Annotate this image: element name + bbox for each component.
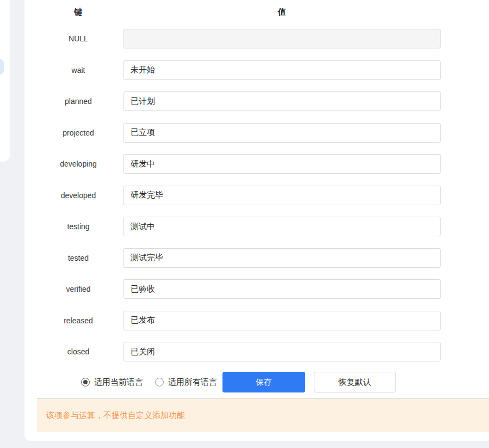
row-value-input-tested[interactable]	[123, 248, 441, 268]
row-value-input-projected[interactable]	[123, 123, 441, 143]
row-value-input-planned[interactable]	[123, 91, 441, 111]
language-settings-card: 键 值 NULL wait planned projected developi…	[24, 0, 489, 441]
table-row: verified	[24, 279, 489, 299]
row-key-label: developed	[35, 186, 122, 205]
settings-form: 键 值 NULL wait planned projected developi…	[24, 0, 489, 432]
radio-selected-icon[interactable]	[81, 378, 90, 386]
actions-row: 适用当前语言 适用所有语言 保存 恢复默认	[81, 372, 489, 392]
sidebar-panel	[0, 0, 10, 162]
table-row: tested	[24, 248, 489, 268]
key-column-header: 键	[35, 7, 122, 17]
save-button[interactable]: 保存	[222, 372, 305, 392]
row-key-label: planned	[35, 91, 122, 111]
row-key-label: verified	[35, 279, 122, 299]
row-key-label: NULL	[35, 29, 122, 48]
table-row: developed	[24, 186, 489, 205]
notice-text: 该项参与运算，不提供自定义添加功能	[46, 410, 185, 421]
table-row: NULL	[24, 29, 489, 48]
table-row: planned	[24, 91, 489, 111]
row-value-input-testing[interactable]	[123, 217, 441, 236]
table-header: 键 值	[24, 7, 489, 17]
row-key-label: closed	[35, 342, 122, 361]
row-value-input-closed[interactable]	[123, 342, 441, 361]
row-value-input-developed[interactable]	[123, 186, 441, 205]
row-key-label: wait	[35, 60, 122, 80]
table-row: developing	[24, 154, 489, 174]
table-row: released	[24, 311, 489, 330]
notice-banner: 该项参与运算，不提供自定义添加功能	[37, 398, 489, 432]
table-row: testing	[24, 217, 489, 236]
row-key-label: released	[35, 311, 122, 330]
row-key-label: tested	[35, 248, 122, 268]
radio-all-languages[interactable]: 适用所有语言	[155, 377, 217, 388]
radio-current-language-label: 适用当前语言	[94, 377, 143, 388]
radio-all-languages-label: 适用所有语言	[168, 377, 217, 388]
radio-unselected-icon[interactable]	[155, 378, 164, 386]
row-value-input-null	[123, 29, 441, 48]
radio-current-language[interactable]: 适用当前语言	[81, 377, 143, 388]
table-row: wait	[24, 60, 489, 80]
table-row: projected	[24, 123, 489, 143]
row-value-input-verified[interactable]	[123, 279, 441, 299]
sidebar-active-item[interactable]	[0, 59, 4, 75]
row-key-label: projected	[35, 123, 122, 143]
table-row: closed	[24, 342, 489, 361]
row-value-input-developing[interactable]	[123, 154, 441, 174]
row-value-input-released[interactable]	[123, 311, 441, 330]
key-value-rows: NULL wait planned projected developing d…	[24, 29, 489, 361]
row-key-label: testing	[35, 217, 122, 236]
row-value-input-wait[interactable]	[123, 60, 441, 80]
value-column-header: 值	[123, 7, 441, 17]
row-key-label: developing	[35, 154, 122, 174]
restore-default-button[interactable]: 恢复默认	[314, 372, 396, 392]
